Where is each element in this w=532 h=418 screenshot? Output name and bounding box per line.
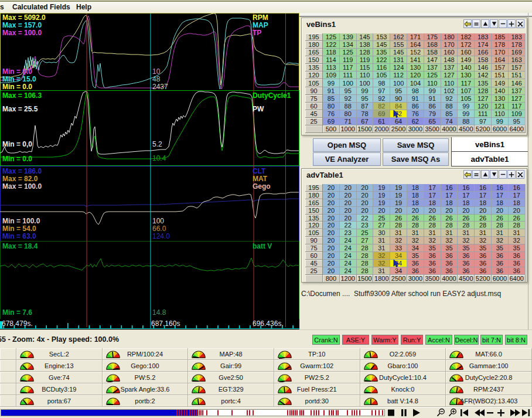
svg-text:124.0: 124.0 bbox=[152, 232, 170, 240]
svg-text:DutyCycle1: DutyCycle1 bbox=[253, 91, 291, 100]
svg-text:Min = 0.0: Min = 0.0 bbox=[2, 83, 32, 91]
svg-text:RPM: RPM bbox=[253, 13, 268, 22]
svg-text:Max = 186.0: Max = 186.0 bbox=[2, 167, 42, 175]
svg-text:Min = 0.0: Min = 0.0 bbox=[2, 67, 32, 76]
svg-text:Max = 82.0: Max = 82.0 bbox=[2, 175, 38, 183]
svg-text:TP: TP bbox=[253, 29, 261, 37]
svg-text:Min = 0,0: Min = 0,0 bbox=[2, 140, 32, 148]
svg-text:Max = 106.3: Max = 106.3 bbox=[2, 91, 42, 100]
svg-text:Max = 100.0: Max = 100.0 bbox=[2, 29, 42, 37]
svg-text:Min = 7.6: Min = 7.6 bbox=[2, 308, 32, 317]
svg-text:10.4: 10.4 bbox=[152, 154, 166, 162]
svg-text:Max = 5092.0: Max = 5092.0 bbox=[2, 13, 46, 22]
svg-text:Min = 63.0: Min = 63.0 bbox=[2, 232, 36, 240]
svg-text:batt V: batt V bbox=[253, 242, 272, 250]
svg-text:Min = 100.0: Min = 100.0 bbox=[2, 217, 40, 225]
svg-text:PW: PW bbox=[253, 105, 264, 113]
svg-text:Max = 25.5: Max = 25.5 bbox=[2, 105, 38, 113]
svg-text:100: 100 bbox=[152, 217, 164, 225]
svg-text:Min = 0.0: Min = 0.0 bbox=[2, 155, 32, 163]
svg-text:5.2: 5.2 bbox=[152, 140, 162, 148]
svg-text:MAP: MAP bbox=[253, 21, 268, 29]
svg-text:CLT: CLT bbox=[253, 167, 266, 175]
svg-text:2437: 2437 bbox=[152, 83, 168, 91]
svg-text:696.436s.: 696.436s. bbox=[253, 320, 284, 328]
svg-text:Gego: Gego bbox=[253, 182, 271, 191]
svg-text:678.479s.: 678.479s. bbox=[2, 320, 33, 328]
svg-text:Max = 100.0: Max = 100.0 bbox=[2, 182, 42, 191]
svg-text:10: 10 bbox=[152, 67, 161, 76]
svg-text:687.160s: 687.160s bbox=[151, 320, 180, 328]
svg-text:Min = 54.0: Min = 54.0 bbox=[2, 225, 36, 233]
svg-text:14.8: 14.8 bbox=[152, 308, 166, 317]
svg-text:MAT: MAT bbox=[253, 175, 268, 183]
svg-text:Max = 18.4: Max = 18.4 bbox=[2, 242, 38, 250]
svg-text:66.0: 66.0 bbox=[152, 225, 166, 233]
svg-text:Max = 157.0: Max = 157.0 bbox=[2, 21, 42, 29]
